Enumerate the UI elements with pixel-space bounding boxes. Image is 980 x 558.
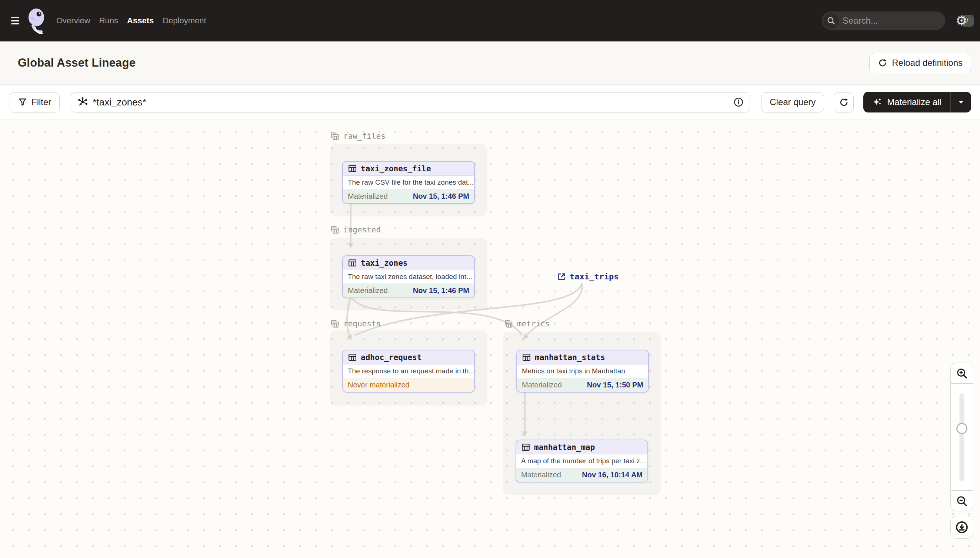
info-icon[interactable] bbox=[733, 97, 744, 107]
asset-node-taxi-zones[interactable]: taxi_zones The raw taxi zones dataset, l… bbox=[342, 255, 475, 298]
search-icon bbox=[826, 16, 836, 26]
chevron-down-icon bbox=[959, 101, 964, 104]
group-table-icon bbox=[504, 319, 513, 328]
external-asset-name: taxi_trips bbox=[570, 272, 619, 281]
asset-name: manhattan_stats bbox=[535, 353, 605, 362]
recenter-download-icon bbox=[955, 520, 968, 534]
lineage-toolbar: Filter bbox=[0, 85, 980, 120]
zoom-out-icon bbox=[956, 495, 968, 507]
page-header: Global Asset Lineage Reload definitions bbox=[0, 41, 980, 85]
group-label-requests[interactable]: requests bbox=[330, 319, 381, 328]
refresh-icon bbox=[878, 58, 888, 68]
lineage-graph-canvas[interactable]: raw_files ingested requests bbox=[0, 120, 980, 558]
table-icon bbox=[348, 353, 357, 362]
toolbar-actions: Clear query Materialize all bbox=[761, 92, 971, 113]
asset-selection-input[interactable] bbox=[92, 97, 729, 108]
table-icon bbox=[521, 443, 530, 452]
status-label: Materialized bbox=[348, 286, 388, 295]
zoom-in-button[interactable] bbox=[950, 363, 973, 384]
top-navbar: Overview Runs Assets Deployment / ⚙ bbox=[0, 0, 980, 41]
filter-funnel-icon bbox=[18, 98, 27, 107]
asset-node-taxi-zones-file[interactable]: taxi_zones_file The raw CSV file for the… bbox=[342, 161, 475, 204]
graph-query-icon bbox=[77, 97, 88, 108]
group-name: ingested bbox=[343, 225, 381, 234]
group-table-icon bbox=[330, 225, 339, 235]
table-icon bbox=[348, 164, 357, 173]
nav-item-overview[interactable]: Overview bbox=[56, 16, 91, 26]
status-timestamp[interactable]: Nov 15, 1:46 PM bbox=[413, 286, 469, 295]
sparkle-icon bbox=[872, 97, 883, 107]
asset-description: Metrics on taxi trips in Manhattan bbox=[517, 364, 648, 378]
group-name: metrics bbox=[517, 319, 550, 328]
asset-description: The response to an request made in th... bbox=[343, 364, 474, 378]
reload-definitions-button[interactable]: Reload definitions bbox=[869, 53, 971, 73]
asset-status-row: Materialized Nov 15, 1:46 PM bbox=[343, 189, 474, 203]
asset-name: manhattan_map bbox=[534, 443, 595, 452]
zoom-slider-track[interactable] bbox=[960, 393, 964, 481]
clear-query-button[interactable]: Clear query bbox=[761, 92, 824, 113]
asset-description: The raw CSV file for the taxi zones dat.… bbox=[343, 176, 474, 189]
asset-node-manhattan-map[interactable]: manhattan_map A map of the number of tri… bbox=[516, 440, 648, 483]
hamburger-menu-icon[interactable] bbox=[11, 17, 19, 25]
recenter-view-button[interactable] bbox=[950, 516, 973, 539]
status-timestamp[interactable]: Nov 15, 1:50 PM bbox=[587, 381, 643, 389]
nav-item-deployment[interactable]: Deployment bbox=[163, 16, 206, 26]
reload-definitions-label: Reload definitions bbox=[892, 58, 963, 68]
gear-icon[interactable]: ⚙ bbox=[955, 14, 967, 27]
materialize-all-button[interactable]: Materialize all bbox=[863, 92, 950, 113]
materialize-all-label: Materialize all bbox=[887, 97, 942, 107]
zoom-slider-handle[interactable] bbox=[956, 423, 967, 434]
asset-query-box[interactable] bbox=[71, 92, 750, 113]
asset-node-adhoc-request[interactable]: adhoc_request The response to an request… bbox=[342, 350, 475, 392]
search-icon-wrap bbox=[824, 13, 839, 28]
zoom-controls bbox=[950, 363, 973, 539]
asset-status-row: Materialized Nov 15, 1:46 PM bbox=[343, 284, 474, 297]
nav-item-assets[interactable]: Assets bbox=[127, 16, 154, 26]
filter-label: Filter bbox=[31, 97, 51, 107]
status-timestamp[interactable]: Nov 15, 1:46 PM bbox=[413, 192, 469, 200]
refresh-icon bbox=[839, 97, 849, 107]
page-title: Global Asset Lineage bbox=[18, 56, 135, 70]
group-name: requests bbox=[343, 319, 381, 328]
status-label: Materialized bbox=[521, 471, 561, 479]
asset-description: The raw taxi zones dataset, loaded int..… bbox=[343, 270, 474, 284]
nav-item-runs[interactable]: Runs bbox=[99, 16, 118, 26]
asset-status-row: Materialized Nov 16, 10:14 AM bbox=[516, 468, 647, 482]
table-icon bbox=[522, 353, 531, 362]
asset-node-header: taxi_zones bbox=[343, 256, 474, 270]
search-input[interactable] bbox=[839, 16, 961, 26]
lineage-edges bbox=[0, 120, 980, 558]
zoom-in-icon bbox=[956, 368, 968, 379]
group-label-raw-files[interactable]: raw_files bbox=[330, 131, 385, 141]
group-table-icon bbox=[330, 319, 339, 328]
navbar-right: / ⚙ bbox=[822, 11, 970, 30]
asset-description: A map of the number of trips per taxi z.… bbox=[516, 455, 647, 468]
filter-button[interactable]: Filter bbox=[10, 92, 59, 113]
dagster-octopus-logo[interactable] bbox=[27, 8, 46, 34]
materialize-all-split-button: Materialize all bbox=[863, 92, 971, 113]
asset-name: taxi_zones bbox=[361, 259, 407, 268]
refresh-graph-button[interactable] bbox=[834, 92, 854, 113]
asset-node-header: adhoc_request bbox=[343, 350, 474, 364]
clear-query-label: Clear query bbox=[770, 97, 815, 107]
status-label: Materialized bbox=[522, 381, 562, 389]
dagster-global-asset-lineage-screen: Overview Runs Assets Deployment / ⚙ Glob… bbox=[0, 0, 980, 558]
status-timestamp[interactable]: Nov 16, 10:14 AM bbox=[582, 471, 642, 479]
status-label: Materialized bbox=[348, 192, 388, 200]
asset-node-manhattan-stats[interactable]: manhattan_stats Metrics on taxi trips in… bbox=[516, 350, 649, 392]
zoom-out-button[interactable] bbox=[950, 490, 973, 511]
group-name: raw_files bbox=[343, 132, 385, 141]
status-label: Never materialized bbox=[348, 381, 410, 389]
global-search[interactable]: / bbox=[822, 11, 945, 30]
asset-node-header: taxi_zones_file bbox=[343, 162, 474, 176]
zoom-slider[interactable] bbox=[950, 384, 973, 490]
asset-name: taxi_zones_file bbox=[361, 164, 431, 173]
table-icon bbox=[348, 258, 357, 268]
external-asset-taxi-trips[interactable]: taxi_trips bbox=[557, 272, 619, 281]
primary-nav: Overview Runs Assets Deployment bbox=[56, 16, 206, 26]
asset-name: adhoc_request bbox=[361, 353, 422, 362]
group-label-ingested[interactable]: ingested bbox=[330, 225, 381, 235]
materialize-options-dropdown[interactable] bbox=[950, 92, 971, 113]
asset-node-header: manhattan_map bbox=[516, 440, 647, 455]
group-label-metrics[interactable]: metrics bbox=[504, 319, 550, 328]
